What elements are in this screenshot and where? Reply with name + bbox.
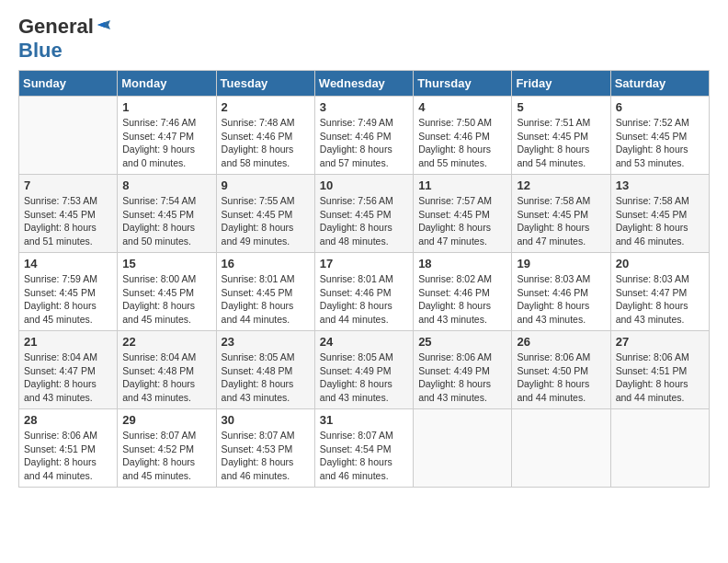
day-number: 6 (616, 100, 704, 114)
day-info: Sunrise: 8:06 AMSunset: 4:49 PMDaylight:… (418, 350, 506, 405)
day-number: 27 (616, 335, 704, 349)
day-info: Sunrise: 8:07 AMSunset: 4:53 PMDaylight:… (222, 429, 310, 483)
day-info: Sunrise: 7:46 AMSunset: 4:47 PMDaylight:… (122, 116, 210, 170)
calendar-cell: 19Sunrise: 8:03 AMSunset: 4:46 PMDayligh… (512, 253, 610, 331)
calendar-cell: 8Sunrise: 7:54 AMSunset: 4:45 PMDaylight… (118, 175, 216, 253)
logo-blue: Blue (18, 39, 63, 62)
calendar-cell: 13Sunrise: 7:58 AMSunset: 4:45 PMDayligh… (610, 175, 709, 253)
day-number: 30 (222, 413, 310, 427)
col-header-monday: Monday (118, 71, 216, 97)
calendar-cell: 15Sunrise: 8:00 AMSunset: 4:45 PMDayligh… (118, 253, 216, 331)
col-header-sunday: Sunday (19, 71, 118, 97)
day-info: Sunrise: 8:06 AMSunset: 4:51 PMDaylight:… (24, 429, 112, 483)
day-number: 9 (222, 178, 310, 192)
col-header-wednesday: Wednesday (314, 71, 413, 97)
calendar-cell (19, 97, 118, 175)
day-number: 11 (418, 178, 506, 192)
logo: General Blue (18, 15, 112, 63)
day-info: Sunrise: 8:07 AMSunset: 4:52 PMDaylight:… (122, 429, 210, 483)
calendar-cell: 25Sunrise: 8:06 AMSunset: 4:49 PMDayligh… (414, 331, 512, 409)
day-number: 29 (122, 413, 210, 427)
calendar-cell: 27Sunrise: 8:06 AMSunset: 4:51 PMDayligh… (610, 331, 709, 409)
calendar-cell: 14Sunrise: 7:59 AMSunset: 4:45 PMDayligh… (19, 253, 118, 331)
logo-bird-icon (96, 17, 112, 33)
calendar-cell: 16Sunrise: 8:01 AMSunset: 4:45 PMDayligh… (216, 253, 314, 331)
day-info: Sunrise: 8:07 AMSunset: 4:54 PMDaylight:… (320, 429, 408, 483)
calendar-cell: 10Sunrise: 7:56 AMSunset: 4:45 PMDayligh… (314, 175, 413, 253)
calendar-cell: 22Sunrise: 8:04 AMSunset: 4:48 PMDayligh… (118, 331, 216, 409)
calendar-cell: 2Sunrise: 7:48 AMSunset: 4:46 PMDaylight… (216, 97, 314, 175)
calendar-cell (610, 409, 709, 488)
day-info: Sunrise: 7:53 AMSunset: 4:45 PMDaylight:… (24, 194, 112, 248)
calendar-cell: 20Sunrise: 8:03 AMSunset: 4:47 PMDayligh… (610, 253, 709, 331)
day-info: Sunrise: 7:54 AMSunset: 4:45 PMDaylight:… (122, 194, 210, 248)
day-info: Sunrise: 8:03 AMSunset: 4:46 PMDaylight:… (517, 272, 605, 327)
calendar-cell: 23Sunrise: 8:05 AMSunset: 4:48 PMDayligh… (216, 331, 314, 409)
day-info: Sunrise: 7:55 AMSunset: 4:45 PMDaylight:… (222, 194, 310, 248)
day-info: Sunrise: 8:05 AMSunset: 4:49 PMDaylight:… (320, 350, 408, 405)
calendar-cell: 17Sunrise: 8:01 AMSunset: 4:46 PMDayligh… (314, 253, 413, 331)
calendar-header: SundayMondayTuesdayWednesdayThursdayFrid… (19, 71, 710, 97)
page-header: General Blue (18, 15, 710, 63)
calendar-cell: 7Sunrise: 7:53 AMSunset: 4:45 PMDaylight… (19, 175, 118, 253)
day-info: Sunrise: 8:05 AMSunset: 4:48 PMDaylight:… (222, 350, 310, 405)
week-row-1: 1Sunrise: 7:46 AMSunset: 4:47 PMDaylight… (19, 97, 710, 175)
col-header-thursday: Thursday (414, 71, 512, 97)
calendar-cell: 9Sunrise: 7:55 AMSunset: 4:45 PMDaylight… (216, 175, 314, 253)
day-number: 31 (320, 413, 408, 427)
day-number: 5 (517, 100, 605, 114)
calendar-cell (414, 409, 512, 488)
calendar-cell (512, 409, 610, 488)
day-number: 3 (320, 100, 408, 114)
day-info: Sunrise: 8:02 AMSunset: 4:46 PMDaylight:… (418, 272, 506, 327)
day-number: 14 (24, 257, 112, 270)
day-info: Sunrise: 7:51 AMSunset: 4:45 PMDaylight:… (517, 116, 605, 170)
day-number: 20 (616, 257, 704, 270)
col-header-friday: Friday (512, 71, 610, 97)
day-info: Sunrise: 7:52 AMSunset: 4:45 PMDaylight:… (616, 116, 704, 170)
day-info: Sunrise: 8:03 AMSunset: 4:47 PMDaylight:… (616, 272, 704, 327)
day-info: Sunrise: 8:04 AMSunset: 4:47 PMDaylight:… (24, 350, 112, 405)
day-number: 23 (222, 335, 310, 349)
day-info: Sunrise: 7:49 AMSunset: 4:46 PMDaylight:… (320, 116, 408, 170)
week-row-3: 14Sunrise: 7:59 AMSunset: 4:45 PMDayligh… (19, 253, 710, 331)
calendar-cell: 29Sunrise: 8:07 AMSunset: 4:52 PMDayligh… (118, 409, 216, 488)
calendar-cell: 31Sunrise: 8:07 AMSunset: 4:54 PMDayligh… (314, 409, 413, 488)
day-number: 8 (122, 178, 210, 192)
day-number: 4 (418, 100, 506, 114)
day-info: Sunrise: 7:58 AMSunset: 4:45 PMDaylight:… (616, 194, 704, 248)
day-number: 28 (24, 413, 112, 427)
day-number: 1 (122, 100, 210, 114)
day-number: 19 (517, 257, 605, 270)
week-row-4: 21Sunrise: 8:04 AMSunset: 4:47 PMDayligh… (19, 331, 710, 409)
calendar-cell: 3Sunrise: 7:49 AMSunset: 4:46 PMDaylight… (314, 97, 413, 175)
day-number: 7 (24, 178, 112, 192)
calendar-cell: 21Sunrise: 8:04 AMSunset: 4:47 PMDayligh… (19, 331, 118, 409)
day-number: 16 (222, 257, 310, 270)
calendar-cell: 5Sunrise: 7:51 AMSunset: 4:45 PMDaylight… (512, 97, 610, 175)
day-info: Sunrise: 8:00 AMSunset: 4:45 PMDaylight:… (122, 272, 210, 327)
day-number: 13 (616, 178, 704, 192)
calendar-table: SundayMondayTuesdayWednesdayThursdayFrid… (18, 70, 710, 488)
day-number: 26 (517, 335, 605, 349)
day-info: Sunrise: 7:57 AMSunset: 4:45 PMDaylight:… (418, 194, 506, 248)
day-number: 15 (122, 257, 210, 270)
day-number: 18 (418, 257, 506, 270)
calendar-cell: 28Sunrise: 8:06 AMSunset: 4:51 PMDayligh… (19, 409, 118, 488)
calendar-cell: 11Sunrise: 7:57 AMSunset: 4:45 PMDayligh… (414, 175, 512, 253)
day-info: Sunrise: 8:01 AMSunset: 4:46 PMDaylight:… (320, 272, 408, 327)
calendar-cell: 18Sunrise: 8:02 AMSunset: 4:46 PMDayligh… (414, 253, 512, 331)
calendar-cell: 30Sunrise: 8:07 AMSunset: 4:53 PMDayligh… (216, 409, 314, 488)
day-info: Sunrise: 7:56 AMSunset: 4:45 PMDaylight:… (320, 194, 408, 248)
day-number: 10 (320, 178, 408, 192)
day-number: 22 (122, 335, 210, 349)
day-number: 21 (24, 335, 112, 349)
day-info: Sunrise: 7:50 AMSunset: 4:46 PMDaylight:… (418, 116, 506, 170)
day-info: Sunrise: 7:58 AMSunset: 4:45 PMDaylight:… (517, 194, 605, 248)
calendar-cell: 26Sunrise: 8:06 AMSunset: 4:50 PMDayligh… (512, 331, 610, 409)
calendar-cell: 24Sunrise: 8:05 AMSunset: 4:49 PMDayligh… (314, 331, 413, 409)
calendar-cell: 12Sunrise: 7:58 AMSunset: 4:45 PMDayligh… (512, 175, 610, 253)
day-number: 2 (222, 100, 310, 114)
day-info: Sunrise: 7:59 AMSunset: 4:45 PMDaylight:… (24, 272, 112, 327)
day-number: 12 (517, 178, 605, 192)
